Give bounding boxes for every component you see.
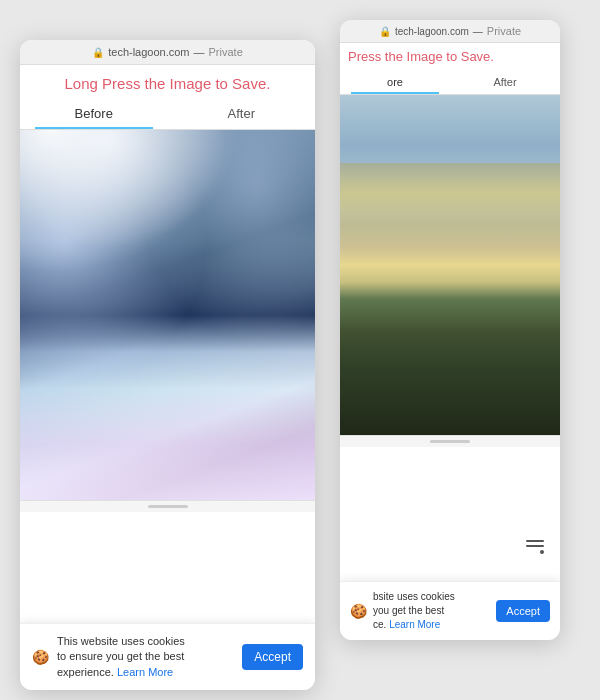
back-accept-button[interactable]: Accept (496, 600, 550, 622)
back-cookie-line3: ce. (373, 619, 389, 630)
back-tab-after[interactable]: After (450, 70, 560, 94)
front-photo-glitch (20, 130, 315, 500)
front-browser-bar: 🔒 tech-lagoon.com — Private (20, 40, 315, 65)
back-scroll-indicator (430, 440, 470, 443)
back-tabs-row: ore After (340, 70, 560, 95)
back-hamburger-menu[interactable] (520, 534, 550, 560)
hamburger-line-1 (526, 540, 544, 542)
front-cookie-line2: to ensure you get the best (57, 650, 184, 662)
front-image-area (20, 130, 315, 500)
back-cookie-text: bsite uses cookies you get the best ce. … (373, 590, 490, 632)
hamburger-dot (540, 550, 544, 554)
back-image-area (340, 95, 560, 435)
back-page-title-partial: Press the Image to Save. (340, 43, 560, 70)
front-accept-button[interactable]: Accept (242, 644, 303, 670)
back-cookie-line2: you get the best (373, 605, 444, 616)
front-private-badge: Private (209, 46, 243, 58)
back-learn-more-link[interactable]: Learn More (389, 619, 440, 630)
front-learn-more-link[interactable]: Learn More (117, 666, 173, 678)
back-cookie-emoji: 🍪 (350, 603, 367, 619)
front-cookie-banner: 🍪 This website uses cookies to ensure yo… (20, 623, 315, 690)
front-bottom-bar (20, 500, 315, 512)
front-cookie-text: This website uses cookies to ensure you … (57, 634, 234, 680)
front-page-title: Long Press the Image to Save. (20, 65, 315, 98)
back-lock-icon: 🔒 (379, 26, 391, 37)
back-cookie-banner: 🍪 bsite uses cookies you get the best ce… (340, 581, 560, 640)
back-domain: tech-lagoon.com (395, 26, 469, 37)
back-tab-before[interactable]: ore (340, 70, 450, 94)
front-domain: tech-lagoon.com (108, 46, 189, 58)
phone-front: 🔒 tech-lagoon.com — Private Long Press t… (20, 40, 315, 690)
front-separator: — (194, 46, 205, 58)
back-private-badge: Private (487, 25, 521, 37)
front-cookie-line3: experience. (57, 666, 114, 678)
front-tab-after[interactable]: After (168, 98, 316, 129)
front-tab-before[interactable]: Before (20, 98, 168, 129)
front-cookie-emoji: 🍪 (32, 649, 49, 665)
front-cookie-line1: This website uses cookies (57, 635, 185, 647)
hamburger-line-2 (526, 545, 544, 547)
front-lock-icon: 🔒 (92, 47, 104, 58)
back-photo-natural (340, 95, 560, 435)
back-cookie-line1: bsite uses cookies (373, 591, 455, 602)
front-tabs-row: Before After (20, 98, 315, 130)
phone-back: 🔒 tech-lagoon.com — Private Press the Im… (340, 20, 560, 640)
back-browser-bar: 🔒 tech-lagoon.com — Private (340, 20, 560, 43)
front-scroll-indicator (148, 505, 188, 508)
back-bottom-bar (340, 435, 560, 447)
back-separator: — (473, 26, 483, 37)
